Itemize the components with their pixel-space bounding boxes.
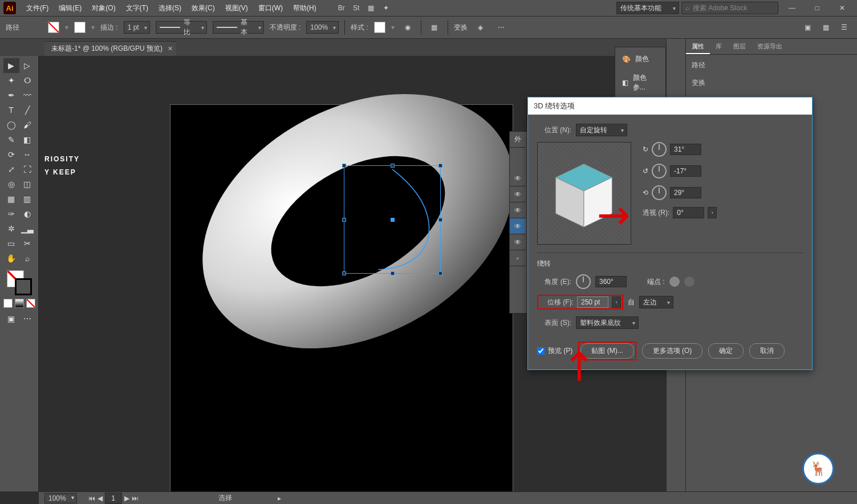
rot-y-dial[interactable] xyxy=(652,164,667,178)
rot-x-input[interactable]: 31° xyxy=(670,144,701,155)
more-options-button[interactable]: 更多选项 (O) xyxy=(642,343,703,359)
stroke-profile[interactable]: 基本 xyxy=(213,21,264,34)
menu-help[interactable]: 帮助(H) xyxy=(289,1,321,15)
menu-edit[interactable]: 编辑(E) xyxy=(54,1,86,15)
more-icon[interactable]: ⋯ xyxy=(494,20,509,35)
rot-y-input[interactable]: -17° xyxy=(670,165,701,177)
tab-properties[interactable]: 属性 xyxy=(686,39,710,54)
cap-off-icon[interactable] xyxy=(684,277,694,287)
gradient-tool[interactable]: ▥ xyxy=(19,192,35,206)
scroll-arrow-icon[interactable]: ▸ xyxy=(278,494,281,502)
minimize-button[interactable]: ― xyxy=(781,1,803,15)
visibility-row-selected[interactable]: 👁 xyxy=(510,218,526,234)
eyedropper-tool[interactable]: ✑ xyxy=(3,206,19,221)
stroke-swatch[interactable] xyxy=(74,22,86,33)
stroke-weight[interactable]: 1 pt xyxy=(124,21,150,34)
menu-file[interactable]: 文件(F) xyxy=(22,1,53,15)
graph-tool[interactable]: ▁▃ xyxy=(19,221,35,236)
cancel-button[interactable]: 取消 xyxy=(749,343,785,359)
offset-input[interactable]: 250 pt xyxy=(577,296,608,308)
arrange-icon[interactable]: ▦ xyxy=(364,1,378,15)
width-tool[interactable]: ⤢ xyxy=(3,162,19,177)
visibility-row[interactable]: 👁 xyxy=(510,170,526,186)
search-stock[interactable]: ⌕ 搜索 Adobe Stock xyxy=(681,2,778,14)
tab-layers[interactable]: 图层 xyxy=(728,39,752,54)
tab-asset-export[interactable]: 资源导出 xyxy=(752,39,788,54)
from-select[interactable]: 左边 xyxy=(639,296,673,308)
isolate-icon[interactable]: ▣ xyxy=(800,20,815,35)
next-page-icon[interactable]: ▶ xyxy=(124,494,129,502)
blend-tool[interactable]: ◐ xyxy=(19,206,35,221)
eraser-tool[interactable]: ◧ xyxy=(19,132,35,147)
direct-selection-tool[interactable]: ▷ xyxy=(19,58,35,73)
perspective-input[interactable]: 0° xyxy=(673,207,704,218)
ellipse-tool[interactable]: ◯ xyxy=(3,117,19,132)
workspace-switcher[interactable]: 传统基本功能 xyxy=(616,2,679,14)
panel-color-guide[interactable]: ◧颜色参... xyxy=(615,71,665,95)
color-mode-swatches[interactable] xyxy=(3,299,35,308)
last-page-icon[interactable]: ⏭ xyxy=(132,494,139,502)
symbol-tool[interactable]: ✲ xyxy=(3,221,19,236)
lasso-tool[interactable]: ⵔ xyxy=(19,73,35,88)
stroke-type[interactable]: 等比 xyxy=(156,21,207,34)
zoom-level[interactable]: 100% xyxy=(44,493,77,503)
panel-menu-icon[interactable]: ☰ xyxy=(836,20,851,35)
maximize-button[interactable]: □ xyxy=(806,1,828,15)
visibility-row[interactable]: 👁 xyxy=(510,234,526,250)
curvature-tool[interactable]: 〰 xyxy=(19,88,35,103)
visibility-row[interactable]: 👁 xyxy=(510,186,526,202)
rot-z-dial[interactable] xyxy=(652,185,667,200)
document-tab[interactable]: 未标题-1* @ 100% (RGB/GPU 预览) ✕ xyxy=(44,41,176,56)
hand-tool[interactable]: ✋ xyxy=(3,251,19,266)
fill-swatch[interactable] xyxy=(48,22,59,33)
clip-icon[interactable]: ▦ xyxy=(818,20,833,35)
close-icon[interactable]: ✕ xyxy=(168,45,173,52)
first-page-icon[interactable]: ⏮ xyxy=(88,494,95,502)
position-select[interactable]: 自定旋转 xyxy=(576,124,627,136)
mesh-tool[interactable]: ▦ xyxy=(3,192,19,206)
visibility-row[interactable]: 👁 xyxy=(510,202,526,218)
selection-tool[interactable]: ▶ xyxy=(3,58,19,73)
surface-select[interactable]: 塑料效果底纹 xyxy=(576,316,639,329)
fill-stroke-control[interactable] xyxy=(7,270,32,295)
zoom-tool[interactable]: ⌕ xyxy=(19,251,35,266)
angle-dial[interactable] xyxy=(576,274,591,289)
menu-text[interactable]: 文字(T) xyxy=(121,1,153,15)
shape-builder-tool[interactable]: ◎ xyxy=(3,177,19,192)
brush-tool[interactable]: 🖌 xyxy=(19,117,35,132)
angle-input[interactable]: 360° xyxy=(595,276,627,287)
page-input[interactable]: 1 xyxy=(105,493,122,504)
panel-footer-icon[interactable]: ▫ xyxy=(510,250,526,266)
menu-select[interactable]: 选择(S) xyxy=(154,1,186,15)
prev-page-icon[interactable]: ◀ xyxy=(98,494,103,502)
align-icon[interactable]: ▦ xyxy=(427,20,442,35)
artboard-tool[interactable]: ▭ xyxy=(3,236,19,251)
offset-spinner[interactable]: › xyxy=(612,296,621,308)
opacity-value[interactable]: 100% xyxy=(306,21,339,34)
rotate-tool[interactable]: ⟳ xyxy=(3,147,19,162)
ok-button[interactable]: 确定 xyxy=(708,343,744,359)
shape-icon[interactable]: ◈ xyxy=(473,20,488,35)
free-transform-tool[interactable]: ⛶ xyxy=(19,162,35,177)
menu-window[interactable]: 窗口(W) xyxy=(254,1,287,15)
screen-mode-tool[interactable]: ▣ xyxy=(3,311,19,326)
close-button[interactable]: ✕ xyxy=(831,1,854,15)
bridge-icon[interactable]: Br xyxy=(335,1,348,15)
tab-libraries[interactable]: 库 xyxy=(710,39,728,54)
slice-tool[interactable]: ✂ xyxy=(19,236,35,251)
style-swatch[interactable] xyxy=(374,22,385,33)
cap-on-icon[interactable] xyxy=(669,277,680,287)
perspective-tool[interactable]: ◫ xyxy=(19,177,35,192)
recolor-icon[interactable]: ◉ xyxy=(400,20,415,35)
scale-tool[interactable]: ↔ xyxy=(19,147,35,162)
panel-color[interactable]: 🎨颜色 xyxy=(615,52,665,66)
menu-object[interactable]: 对象(O) xyxy=(87,1,120,15)
rot-x-dial[interactable] xyxy=(652,142,667,157)
rot-z-input[interactable]: 29° xyxy=(670,187,701,198)
gpu-icon[interactable]: ✦ xyxy=(379,1,393,15)
stock-icon[interactable]: St xyxy=(350,1,363,15)
type-tool[interactable]: T xyxy=(3,103,19,117)
edit-toolbar[interactable]: ⋯ xyxy=(19,311,35,326)
line-tool[interactable]: ╱ xyxy=(19,103,35,117)
magic-wand-tool[interactable]: ✦ xyxy=(3,73,19,88)
